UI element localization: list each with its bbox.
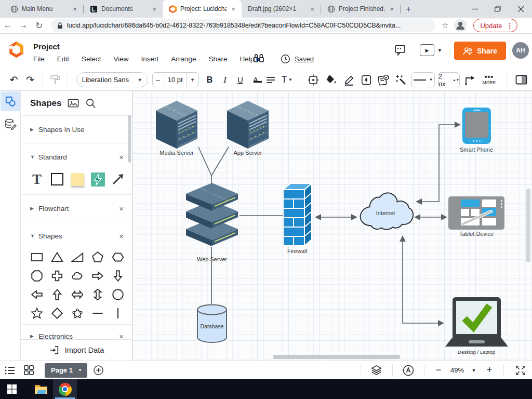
tab-close-icon[interactable]: × — [151, 5, 157, 13]
data-linking-toggle[interactable] — [1, 114, 20, 134]
more-tools-button[interactable]: ••• MORE — [479, 74, 499, 85]
zoom-in-button[interactable]: + — [481, 365, 498, 376]
tab-draft-image[interactable]: Draft.jpg (2602×1 × — [242, 0, 321, 18]
shape-rectangle-tool[interactable] — [49, 171, 65, 187]
start-button[interactable] — [0, 379, 24, 399]
shape-lightning-tool[interactable] — [90, 171, 105, 187]
menu-select[interactable]: Select — [82, 55, 101, 63]
window-restore-button[interactable] — [486, 0, 509, 18]
close-icon[interactable]: × — [119, 204, 124, 213]
font-family-select[interactable]: Liberation Sans ▼ — [76, 72, 148, 87]
node-internet-cloud[interactable]: Internet — [357, 191, 414, 235]
canvas-horizontal-scrollbar[interactable] — [273, 355, 400, 359]
node-database[interactable]: Database — [196, 304, 228, 343]
forward-icon[interactable]: → — [16, 20, 31, 31]
shape-cross[interactable] — [49, 268, 65, 284]
section-shapes-in-use[interactable]: ▶ Shapes In Use — [21, 116, 132, 143]
tab-close-icon[interactable]: × — [230, 5, 236, 13]
font-size-increase-button[interactable]: + — [187, 73, 198, 87]
redo-icon[interactable]: ↷ — [22, 74, 38, 86]
connector-internet-laptop[interactable] — [403, 236, 443, 323]
add-page-button[interactable] — [87, 365, 110, 376]
shape-arrow-left[interactable] — [29, 287, 45, 302]
shape-line[interactable] — [90, 305, 105, 321]
zoom-level-value[interactable]: 49% — [450, 366, 464, 374]
text-align-icon[interactable] — [263, 76, 278, 84]
shape-polygon-editable[interactable] — [70, 305, 85, 321]
stepper-arrows-icon[interactable]: ▲▼ — [453, 78, 459, 82]
layers-icon[interactable] — [366, 364, 387, 376]
find-binoculars-icon[interactable] — [253, 53, 264, 63]
shape-arrow-tool[interactable] — [110, 171, 126, 187]
shape-octagon[interactable] — [29, 268, 45, 284]
zoom-dropdown-icon[interactable]: ▼ — [467, 368, 481, 373]
shape-diamond[interactable] — [49, 305, 65, 321]
shapes-panel-toggle[interactable] — [1, 91, 20, 111]
magic-wand-icon[interactable] — [392, 74, 409, 86]
shape-vertical-line[interactable] — [110, 305, 126, 321]
diagram-canvas[interactable]: SERVER Media Server SERVER App Server — [132, 91, 532, 361]
browser-profile-avatar[interactable] — [454, 19, 467, 32]
fill-color-icon[interactable] — [322, 74, 340, 86]
save-status[interactable]: Saved — [281, 54, 314, 64]
shape-arrow-right[interactable] — [90, 268, 105, 284]
connector-servers-join[interactable] — [198, 147, 229, 183]
node-app-server[interactable]: SERVER App Server — [227, 101, 269, 149]
chevron-right-icon[interactable]: ▶ — [30, 206, 38, 211]
node-smart-phone[interactable]: Smart Phone — [462, 108, 491, 144]
close-icon[interactable]: × — [119, 232, 124, 241]
spell-check-icon[interactable] — [398, 364, 419, 377]
section-flowchart[interactable]: ▶ Flowchart × — [21, 195, 132, 222]
shape-arrow-left-right[interactable] — [70, 287, 85, 302]
browser-menu-icon[interactable]: ⋮ — [506, 22, 513, 30]
position-icon[interactable] — [304, 74, 322, 86]
shape-cloud[interactable] — [70, 268, 85, 284]
right-panel-toggle-icon[interactable] — [511, 75, 532, 85]
menu-insert[interactable]: Insert — [141, 55, 159, 63]
node-desktop-laptop[interactable]: Desktop / Laptop — [445, 297, 508, 348]
shape-rectangle[interactable] — [29, 249, 45, 265]
chevron-right-icon[interactable]: ▶ — [30, 334, 38, 339]
font-size-value[interactable]: 10 pt — [164, 73, 187, 87]
shadow-icon[interactable] — [358, 74, 374, 86]
node-media-server[interactable]: SERVER Media Server — [156, 101, 197, 149]
connector-style-icon[interactable] — [460, 74, 479, 86]
page-selector-button[interactable]: Page 1 ▼ — [45, 363, 87, 378]
file-explorer-icon[interactable] — [29, 379, 53, 399]
new-tab-button[interactable]: + — [406, 4, 411, 15]
shape-triangle[interactable] — [49, 249, 65, 265]
close-icon[interactable]: × — [119, 153, 124, 162]
chrome-update-button[interactable]: Update ⋮ — [473, 19, 517, 32]
menu-share[interactable]: Share — [208, 55, 227, 63]
shape-arrow-down[interactable] — [110, 268, 126, 284]
shape-arrow-up-down[interactable] — [90, 287, 105, 302]
present-play-button[interactable]: ▶ — [420, 44, 434, 56]
line-width-stepper[interactable]: 2 px▲▼ — [438, 72, 460, 87]
tab-project-finished[interactable]: Project Finished.jp × — [321, 0, 400, 18]
tab-project-active[interactable]: Project: Lucidchar × — [163, 0, 242, 18]
section-shapes[interactable]: ▼ Shapes × — [21, 222, 132, 249]
share-button[interactable]: Share — [454, 42, 506, 60]
italic-button[interactable]: I — [217, 75, 232, 85]
bold-button[interactable]: B — [202, 75, 217, 85]
panel-scrollbar[interactable] — [128, 115, 131, 163]
tab-close-icon[interactable]: × — [72, 5, 78, 13]
chevron-down-icon[interactable]: ▼ — [30, 154, 38, 159]
comment-icon[interactable] — [394, 44, 406, 56]
text-color-button[interactable]: A — [248, 75, 263, 84]
node-web-server[interactable]: NET·SERVER Web Server — [186, 183, 238, 247]
menu-edit[interactable]: Edit — [57, 55, 69, 63]
underline-button[interactable]: U — [233, 75, 248, 84]
import-data-button[interactable]: Import Data — [21, 339, 132, 361]
window-minimize-button[interactable] — [463, 0, 486, 18]
address-input[interactable]: lucid.app/lucidchart/686da645-b0d2-4612-… — [51, 19, 435, 32]
fullscreen-icon[interactable] — [509, 365, 532, 376]
search-icon[interactable] — [85, 98, 96, 109]
chevron-right-icon[interactable]: ▶ — [30, 127, 38, 132]
tab-main-menu[interactable]: Main Menu × — [4, 0, 83, 18]
user-avatar[interactable]: AH — [512, 42, 529, 59]
theme-icon[interactable] — [374, 74, 392, 86]
tab-close-icon[interactable]: × — [389, 5, 395, 13]
tab-documents[interactable]: Documents × — [84, 0, 163, 18]
format-painter-icon[interactable] — [47, 74, 63, 86]
